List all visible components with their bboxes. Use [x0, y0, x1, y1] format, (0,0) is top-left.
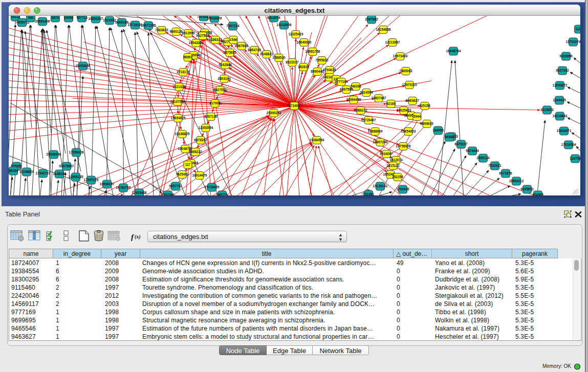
svg-text:(x): (x)	[135, 234, 141, 240]
svg-text:f: f	[131, 233, 135, 241]
